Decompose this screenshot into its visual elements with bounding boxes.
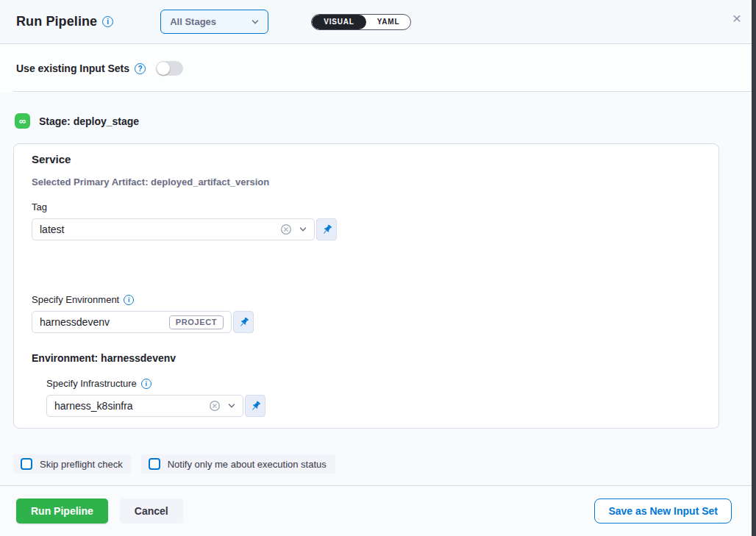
infrastructure-input-row [46,395,701,417]
pin-input-button[interactable] [233,311,254,333]
tag-label: Tag [32,201,701,212]
modal-footer: Run Pipeline Cancel Save as New Input Se… [0,485,752,536]
pipeline-info-icon[interactable]: i [102,16,113,27]
save-as-new-input-set-button[interactable]: Save as New Input Set [594,499,732,524]
run-pipeline-button[interactable]: Run Pipeline [16,499,108,524]
chevron-down-icon[interactable] [299,226,307,233]
tab-visual[interactable]: VISUAL [312,15,365,29]
stage-selector-value: All Stages [170,16,216,27]
notify-only-me-option[interactable]: Notify only me about execution status [141,454,335,474]
pin-icon [321,224,332,235]
notify-only-me-label: Notify only me about execution status [168,459,327,470]
infrastructure-label-row: Specify Infrastructure i [46,378,701,389]
cancel-button[interactable]: Cancel [120,499,183,524]
page-title: Run Pipeline [16,14,97,29]
service-card: Service Selected Primary Artifact: deplo… [13,143,719,429]
service-title: Service [32,153,701,165]
environment-label-row: Specify Environment i [32,294,701,305]
infrastructure-input[interactable] [54,400,209,412]
modal-header: Run Pipeline i All Stages VISUAL YAML × [0,0,752,44]
main-area: ∞ Stage: deploy_stage Service Selected P… [0,93,752,485]
run-pipeline-modal: Run Pipeline i All Stages VISUAL YAML × … [0,0,752,536]
input-sets-label: Use existing Input Sets [16,62,129,74]
input-sets-section: Use existing Input Sets ? [0,45,752,92]
skip-preflight-option[interactable]: Skip preflight check [13,454,132,474]
pin-input-button[interactable] [316,218,337,240]
environment-label: Specify Environment [32,294,119,305]
stage-label: Stage: deploy_stage [39,115,139,127]
chevron-down-icon[interactable] [228,402,235,410]
clear-icon[interactable] [209,400,221,412]
infrastructure-block: Specify Infrastructure i [46,378,701,417]
chevron-down-icon [252,18,259,26]
close-icon[interactable]: × [732,10,741,26]
skip-preflight-label: Skip preflight check [40,459,123,470]
pin-icon [238,317,249,328]
info-icon[interactable]: i [124,295,134,305]
environment-field-wrapper: PROJECT [32,311,232,333]
page-backdrop [752,0,756,536]
help-icon[interactable]: ? [135,63,146,74]
infrastructure-field-wrapper [46,395,243,417]
tag-input[interactable] [40,224,280,235]
info-icon[interactable]: i [141,379,151,389]
stage-row: ∞ Stage: deploy_stage [15,113,139,129]
environment-heading: Environment: harnessdevenv [32,352,701,364]
infrastructure-label: Specify Infrastructure [46,378,137,389]
tag-input-row [32,218,701,240]
selected-artifact-line: Selected Primary Artifact: deployed_arti… [32,176,701,187]
scope-badge: PROJECT [169,315,224,329]
environment-input-row: PROJECT [32,311,701,333]
environment-input[interactable] [40,316,169,328]
toggle-knob [157,62,170,75]
input-sets-toggle[interactable] [156,61,183,76]
stage-selector-dropdown[interactable]: All Stages [160,10,268,34]
pin-icon [250,401,261,412]
clear-icon[interactable] [280,224,292,235]
tag-field-wrapper [32,218,315,240]
pin-input-button[interactable] [245,395,265,417]
tab-yaml[interactable]: YAML [366,15,411,29]
skip-preflight-checkbox[interactable] [21,458,32,470]
notify-only-me-checkbox[interactable] [149,458,160,470]
visual-yaml-toggle: VISUAL YAML [311,14,411,30]
deploy-stage-icon: ∞ [15,113,30,129]
options-row: Skip preflight check Notify only me abou… [13,454,335,474]
